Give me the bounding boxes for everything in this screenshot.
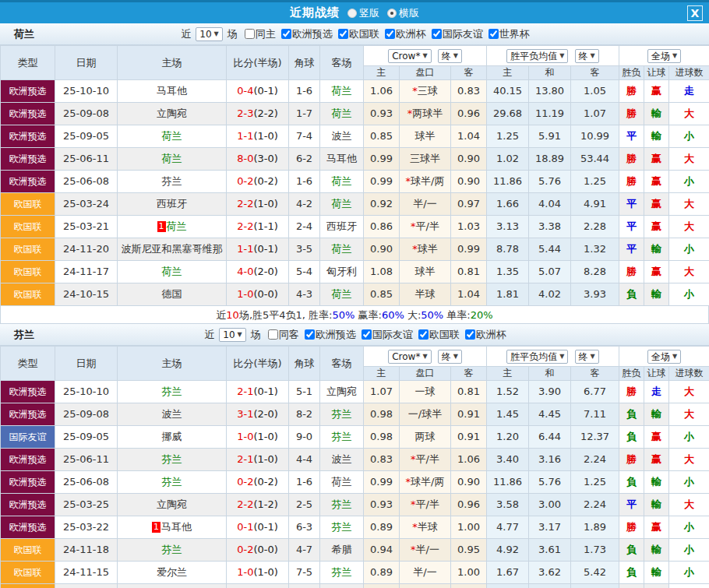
match-row: 欧洲预选25-09-08波兰3-1(2-0)8-2芬兰0.98一/球半0.911… — [1, 403, 709, 426]
match-score: 1-1(0-1) — [227, 238, 289, 261]
handicap-line: 一球 — [400, 381, 451, 403]
matches-table-finland: 类型 日期 主场 比分(半场) 角球 客场 Crow*▼ 终▼ 胜平负均值▼ 终… — [0, 346, 709, 588]
avg-type-select[interactable]: 胜平负均值▼ — [506, 49, 568, 63]
close-icon[interactable]: X — [687, 5, 703, 21]
competition-checkbox-box[interactable] — [489, 29, 499, 39]
avg-draw-odds: 4.45 — [529, 403, 571, 426]
home-team: 芬兰 — [118, 539, 227, 562]
home-odds: 0.98 — [364, 403, 400, 426]
goals-result: 小 — [669, 562, 709, 584]
titlebar: 近期战绩 竖版 横版 X — [0, 0, 709, 23]
odds-company-select[interactable]: Crow*▼ — [388, 49, 431, 63]
same-venue-checkbox-label: 同主 — [256, 27, 276, 41]
match-score: 2-1(0-1) — [227, 381, 289, 403]
subcol-winlose: 胜负 — [619, 66, 644, 80]
filters: 近10▼场同客欧洲预选国际友谊欧国联欧洲杯 — [203, 328, 506, 342]
away-odds: 1.00 — [451, 562, 487, 584]
competition-badge: 欧国联 — [1, 562, 55, 584]
competition-checkbox-box[interactable] — [281, 29, 291, 39]
odds-time-select[interactable]: 终▼ — [438, 350, 462, 364]
competition-checkbox[interactable]: 欧洲杯 — [461, 328, 506, 342]
corner-score: 5-1 — [289, 381, 320, 403]
odds-time-select[interactable]: 终▼ — [438, 49, 462, 63]
scope-select[interactable]: 全场▼ — [647, 49, 681, 63]
avg-time-select[interactable]: 终▼ — [575, 49, 599, 63]
avg-home-odds: 1.35 — [487, 261, 529, 283]
subcol-handicap: 盘口 — [400, 367, 451, 381]
handicap-result: 赢 — [644, 80, 669, 103]
competition-checkbox-box[interactable] — [432, 29, 442, 39]
chevron-down-icon: ▼ — [214, 28, 219, 40]
avg-home-odds: 4.92 — [487, 539, 529, 562]
corner-score: 4-4 — [289, 449, 320, 471]
handicap-line: 两球 — [400, 426, 451, 449]
avg-away-odds: 3.93 — [571, 283, 619, 306]
avg-draw-odds: 3.00 — [529, 494, 571, 516]
corner-score: 2-4 — [289, 216, 320, 238]
competition-checkbox-box[interactable] — [465, 329, 475, 340]
handicap-result: 輸 — [644, 283, 669, 306]
avg-group-header: 胜平负均值▼ 终▼ — [487, 347, 619, 367]
col-home: 主场 — [118, 347, 227, 381]
odds-company-select[interactable]: Crow*▼ — [388, 350, 431, 364]
competition-checkbox[interactable]: 欧洲杯 — [381, 27, 426, 41]
away-team: 荷兰 — [320, 193, 364, 216]
same-venue-checkbox-box[interactable] — [245, 29, 255, 39]
summary-part: 近 — [216, 309, 226, 321]
handicap-result: 輸 — [644, 539, 669, 562]
competition-checkbox[interactable]: 欧洲预选 — [277, 27, 333, 41]
home-odds: 0.85 — [364, 283, 400, 306]
competition-badge: 欧国联 — [1, 584, 55, 588]
layout-radio-vertical[interactable]: 竖版 — [347, 6, 379, 20]
competition-checkbox-box[interactable] — [385, 29, 395, 39]
summary-part: 20% — [471, 309, 493, 321]
col-away: 客场 — [320, 46, 364, 80]
competition-badge: 欧国联 — [1, 261, 55, 283]
competition-checkbox[interactable]: 欧国联 — [334, 27, 379, 41]
competition-badge: 欧国联 — [1, 216, 55, 238]
home-odds: 0.94 — [364, 539, 400, 562]
avg-draw-odds: 3.61 — [529, 539, 571, 562]
col-away: 客场 — [320, 347, 364, 381]
avg-away-odds: 1.73 — [571, 539, 619, 562]
home-team: 挪威 — [118, 426, 227, 449]
avg-home-odds: 1.81 — [487, 283, 529, 306]
competition-checkbox[interactable]: 欧洲预选 — [301, 328, 356, 342]
competition-checkbox-box[interactable] — [305, 329, 315, 340]
goals-result: 大 — [669, 193, 709, 216]
competition-checkbox[interactable]: 国际友谊 — [428, 27, 483, 41]
competition-checkbox-box[interactable] — [418, 329, 429, 340]
same-venue-checkbox-box[interactable] — [268, 329, 278, 340]
match-count-select[interactable]: 10▼ — [196, 27, 222, 41]
radio-icon[interactable] — [347, 9, 357, 18]
same-venue-checkbox[interactable]: 同客 — [264, 328, 299, 342]
winlose-result: 負 — [619, 562, 644, 584]
same-venue-checkbox[interactable]: 同主 — [241, 27, 276, 41]
avg-type-select[interactable]: 胜平负均值▼ — [506, 350, 568, 364]
competition-badge: 欧国联 — [1, 238, 55, 261]
competition-checkbox-label: 国际友谊 — [372, 328, 413, 342]
competition-checkbox[interactable]: 欧国联 — [414, 328, 460, 342]
record-summary: 近10场,胜5平4负1, 胜率:50% 赢率:60% 大:50% 单率:20% — [0, 306, 709, 324]
match-score: 2-3(2-2) — [227, 103, 289, 125]
handicap-line: 半/一 — [400, 193, 451, 216]
competition-checkbox-box[interactable] — [338, 29, 348, 39]
match-count-select[interactable]: 10▼ — [219, 328, 245, 342]
away-team: 荷兰 — [320, 103, 364, 125]
competition-checkbox-box[interactable] — [362, 329, 372, 340]
match-date: 24-11-17 — [55, 261, 118, 283]
radio-horizontal-label: 横版 — [399, 6, 419, 20]
home-odds: 0.98 — [364, 426, 400, 449]
layout-radio-horizontal[interactable]: 横版 — [387, 6, 419, 20]
match-row: 欧国联24-10-14芬兰1-3(0-1)4-5英格兰0.86*球半/两1.03… — [1, 584, 709, 588]
competition-badge: 欧洲预选 — [1, 80, 55, 103]
scope-select[interactable]: 全场▼ — [647, 350, 681, 364]
avg-time-select[interactable]: 终▼ — [575, 350, 599, 364]
home-odds: 1.06 — [364, 80, 400, 103]
competition-checkbox[interactable]: 世界杯 — [485, 27, 530, 41]
match-score: 1-1(1-0) — [227, 125, 289, 148]
team-name: 芬兰 — [14, 328, 34, 342]
competition-badge: 欧国联 — [1, 539, 55, 562]
competition-checkbox[interactable]: 国际友谊 — [358, 328, 413, 342]
radio-checked-icon[interactable] — [387, 9, 397, 18]
